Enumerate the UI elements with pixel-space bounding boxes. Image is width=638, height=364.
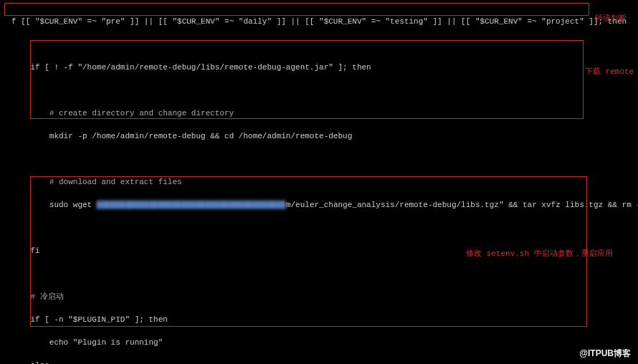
code-line — [3, 153, 635, 165]
code-line: echo "Plugin is running" — [3, 337, 635, 348]
code-line — [3, 85, 635, 96]
code-line: sudo wget ██████████████████████████████… — [3, 199, 635, 211]
code-line — [3, 39, 635, 50]
code-line: mkdir -p /home/admin/remote-debug && cd … — [3, 130, 635, 142]
watermark: @ITPUB博客 — [579, 348, 631, 360]
code-line — [3, 222, 635, 234]
censored-url: ████████████████████████████████████████ — [97, 201, 286, 209]
code-line: # download and extract files — [3, 176, 635, 188]
annotation-download: 下载 remote debug — [585, 66, 638, 77]
code-line: if [ -n "$PLUGIN_PID" ]; then — [3, 314, 635, 325]
code-line: f [[ "$CUR_ENV" =~ "pre" ]] || [[ "$CUR_… — [3, 16, 635, 27]
code-line: # 冷启动 — [3, 291, 635, 302]
code-line — [3, 268, 635, 279]
annotation-env: 环境判断 — [595, 13, 627, 24]
gutter — [3, 16, 11, 27]
code-block: f [[ "$CUR_ENV" =~ "pre" ]] || [[ "$CUR_… — [0, 0, 638, 364]
annotation-setenv: 修改 setenv.sh 中启动参数，重启应用 — [466, 248, 613, 259]
code-line: else — [3, 360, 635, 364]
code-line: if [ ! -f "/home/admin/remote-debug/libs… — [3, 62, 635, 73]
code-line: # create directory and change directory — [3, 107, 635, 119]
